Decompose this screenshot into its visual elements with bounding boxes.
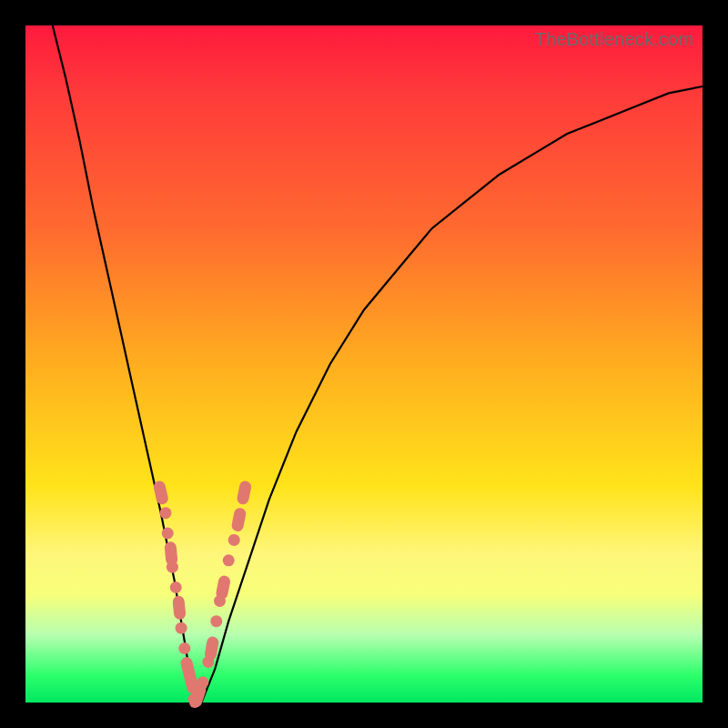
curve-marker [176,622,187,634]
curve-marker [230,507,247,532]
curve-marker [223,554,235,566]
curve-marker [236,480,252,505]
chart-frame: TheBottleneck.com [0,0,728,728]
curve-marker [178,642,190,654]
curve-marker [172,595,187,620]
curve-marker [228,534,240,546]
curve-marker [191,693,202,704]
curve-marker [162,528,174,540]
curve-marker [197,676,208,688]
chart-plot-area: TheBottleneck.com [25,25,703,703]
chart-svg [25,25,703,703]
curve-marker [204,636,219,662]
curve-marker [215,574,231,600]
curve-marker [170,581,182,593]
curve-marker [210,615,222,627]
bottleneck-curve-right [201,86,703,703]
curve-marker [160,507,172,519]
curve-marker [153,480,170,505]
curve-marker [167,561,178,573]
